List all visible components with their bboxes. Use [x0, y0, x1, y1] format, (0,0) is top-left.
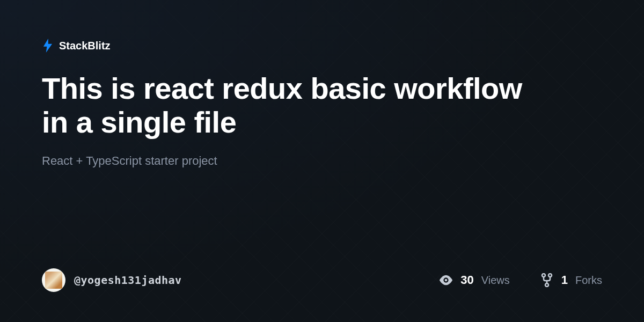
svg-point-4 [545, 283, 548, 287]
project-subtitle: React + TypeScript starter project [42, 154, 602, 168]
svg-point-3 [548, 274, 552, 277]
brand-header: StackBlitz [42, 39, 602, 53]
views-count: 30 [460, 273, 473, 287]
card-footer: Slam Book @yogesh131jadhav 30 Views [42, 268, 602, 322]
forks-count: 1 [561, 273, 568, 287]
author-section[interactable]: Slam Book @yogesh131jadhav [42, 268, 182, 292]
social-card: StackBlitz This is react redux basic wor… [0, 0, 644, 322]
project-title: This is react redux basic workflow in a … [42, 72, 525, 139]
forks-stat: 1 Forks [540, 273, 602, 287]
avatar: Slam Book [42, 268, 65, 292]
fork-icon [540, 273, 554, 287]
author-username: @yogesh131jadhav [74, 274, 182, 287]
svg-point-2 [542, 274, 545, 277]
views-stat: 30 Views [439, 273, 509, 287]
views-label: Views [481, 274, 510, 287]
stats-section: 30 Views 1 Forks [439, 273, 602, 287]
eye-icon [439, 273, 453, 287]
forks-label: Forks [575, 274, 602, 287]
lightning-bolt-icon [42, 39, 54, 53]
brand-name: StackBlitz [59, 40, 111, 52]
svg-point-1 [445, 279, 448, 282]
